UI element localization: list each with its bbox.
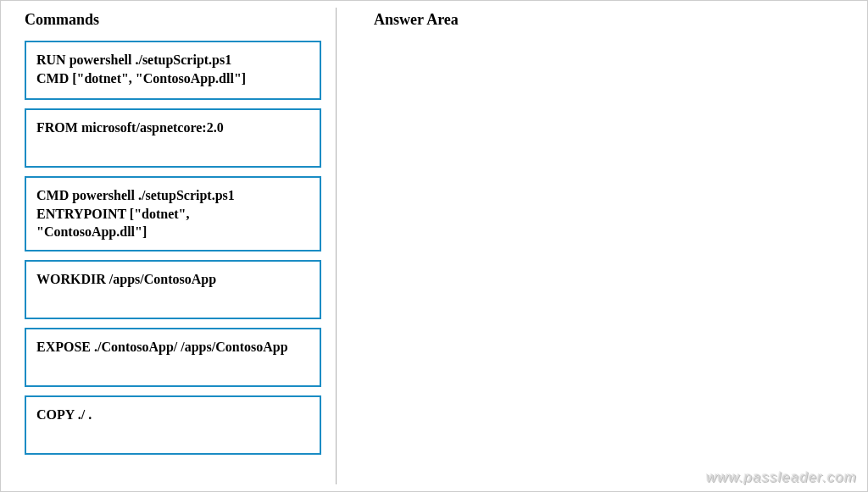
answer-area-title: Answer Area [374,11,850,29]
command-box-3[interactable]: CMD powershell ./setupScript.ps1 ENTRYPO… [25,176,321,252]
command-text: FROM microsoft/aspnetcore:2.0 [36,119,224,137]
column-divider [336,8,337,484]
watermark-text: www.passleader.com [706,469,857,486]
answer-area-column[interactable]: Answer Area [336,1,867,491]
command-box-4[interactable]: WORKDIR /apps/ContosoApp [25,260,321,319]
command-box-6[interactable]: COPY ./ . [25,395,321,455]
command-box-1[interactable]: RUN powershell ./setupScript.ps1 CMD ["d… [25,41,321,100]
command-text: RUN powershell ./setupScript.ps1 CMD ["d… [36,51,246,87]
commands-title: Commands [25,11,327,29]
main-container: Commands RUN powershell ./setupScript.ps… [1,1,867,491]
command-box-2[interactable]: FROM microsoft/aspnetcore:2.0 [25,108,321,168]
command-text: CMD powershell ./setupScript.ps1 ENTRYPO… [36,186,235,241]
command-box-5[interactable]: EXPOSE ./ContosoApp/ /apps/ContosoApp [25,328,321,387]
command-text: COPY ./ . [36,406,92,424]
commands-column: Commands RUN powershell ./setupScript.ps… [1,1,336,491]
command-text: WORKDIR /apps/ContosoApp [36,270,216,289]
command-text: EXPOSE ./ContosoApp/ /apps/ContosoApp [36,338,288,357]
